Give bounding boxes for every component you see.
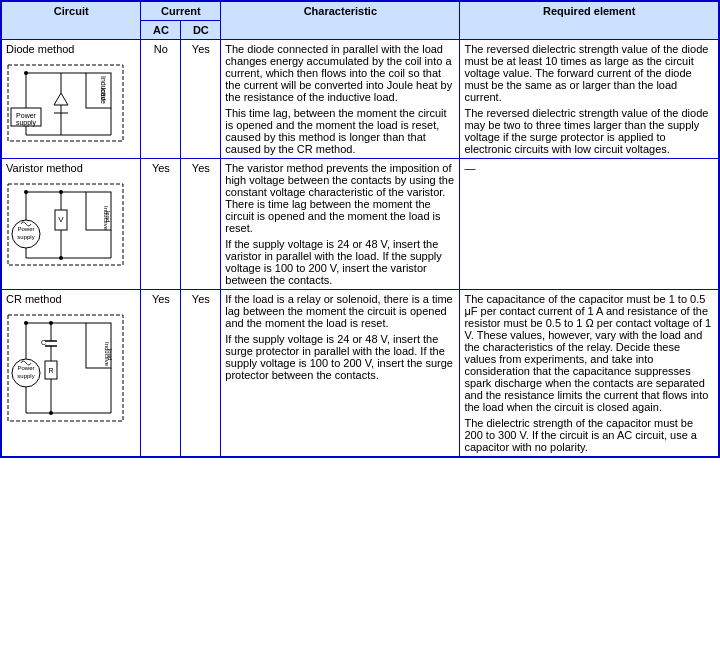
- header-current: Current: [141, 1, 221, 21]
- circuit-cr: CR method Power supply Inductive load: [1, 290, 141, 458]
- svg-text:V: V: [58, 215, 64, 224]
- svg-text:supply: supply: [17, 373, 34, 379]
- header-required: Required element: [460, 1, 719, 40]
- req-cr-p2: The dielectric strength of the capacitor…: [464, 417, 714, 453]
- svg-point-17: [24, 71, 28, 75]
- ac-cr: Yes: [141, 290, 181, 458]
- svg-point-38: [59, 256, 63, 260]
- svg-text:load: load: [107, 349, 113, 360]
- dc-varistor: Yes: [181, 159, 221, 290]
- svg-marker-14: [54, 93, 68, 105]
- header-dc: DC: [181, 21, 221, 40]
- char-varistor-p1: The varistor method prevents the imposit…: [225, 162, 455, 234]
- svg-point-61: [49, 411, 53, 415]
- circuit-diagram-cr: Power supply Inductive load: [6, 313, 126, 423]
- required-cr: The capacitance of the capacitor must be…: [460, 290, 719, 458]
- svg-text:supply: supply: [16, 119, 37, 127]
- header-ac: AC: [141, 21, 181, 40]
- req-varistor-p1: —: [464, 162, 714, 174]
- req-diode-p2: The reversed dielectric strength value o…: [464, 107, 714, 155]
- method-title-cr: CR method: [6, 293, 136, 305]
- char-varistor-p2: If the supply voltage is 24 or 48 V, ins…: [225, 238, 455, 286]
- svg-point-60: [49, 321, 53, 325]
- circuit-varistor: Varistor method Power supply Inductive l…: [1, 159, 141, 290]
- char-diode-p1: The diode connected in parallel with the…: [225, 43, 455, 103]
- characteristic-diode: The diode connected in parallel with the…: [221, 40, 460, 159]
- dc-diode: Yes: [181, 40, 221, 159]
- char-cr-p1: If the load is a relay or solenoid, ther…: [225, 293, 455, 329]
- svg-text:Power: Power: [17, 226, 34, 232]
- svg-text:Power: Power: [16, 112, 37, 119]
- svg-text:supply: supply: [17, 234, 34, 240]
- required-diode: The reversed dielectric strength value o…: [460, 40, 719, 159]
- circuit-diagram-varistor: Power supply Inductive load: [6, 182, 126, 267]
- svg-text:load: load: [105, 211, 111, 222]
- method-title-diode: Diode method: [6, 43, 136, 55]
- required-varistor: —: [460, 159, 719, 290]
- characteristic-cr: If the load is a relay or solenoid, ther…: [221, 290, 460, 458]
- circuit-diagram-diode: Power supply Inductive load: [6, 63, 126, 143]
- svg-point-37: [59, 190, 63, 194]
- ac-varistor: Yes: [141, 159, 181, 290]
- char-diode-p2: This time lag, between the moment the ci…: [225, 107, 455, 155]
- char-cr-p2: If the supply voltage is 24 or 48 V, ins…: [225, 333, 455, 381]
- circuit-diode: Diode method Power supply Inductive load: [1, 40, 141, 159]
- req-cr-p1: The capacitance of the capacitor must be…: [464, 293, 714, 413]
- svg-text:load: load: [100, 87, 107, 100]
- header-characteristic: Characteristic: [221, 1, 460, 40]
- svg-text:C: C: [41, 339, 46, 346]
- svg-point-59: [24, 321, 28, 325]
- ac-diode: No: [141, 40, 181, 159]
- req-diode-p1: The reversed dielectric strength value o…: [464, 43, 714, 103]
- svg-point-36: [24, 190, 28, 194]
- dc-cr: Yes: [181, 290, 221, 458]
- svg-text:R: R: [48, 367, 53, 374]
- method-title-varistor: Varistor method: [6, 162, 136, 174]
- svg-text:Power: Power: [17, 365, 34, 371]
- header-circuit: Circuit: [1, 1, 141, 40]
- characteristic-varistor: The varistor method prevents the imposit…: [221, 159, 460, 290]
